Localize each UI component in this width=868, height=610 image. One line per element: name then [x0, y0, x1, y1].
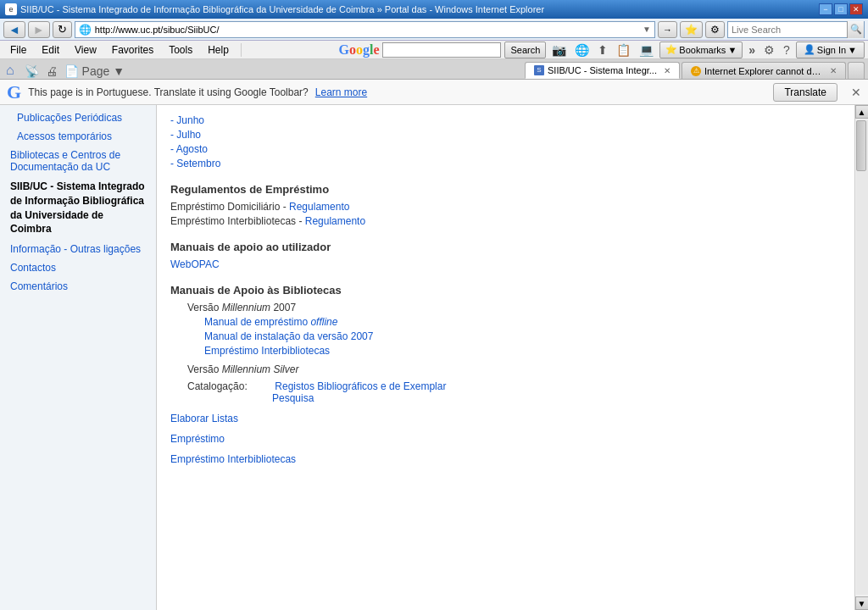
emprestimo-inter-row: Empréstimo Interbibliotecas - Regulament…: [170, 215, 841, 227]
versao1-year: 2007: [270, 302, 296, 313]
live-search-button[interactable]: 🔍: [847, 21, 864, 38]
sidebar-item-contactos[interactable]: Contactos: [0, 258, 156, 277]
minimize-button[interactable]: −: [819, 3, 832, 15]
add-to-favorites-button[interactable]: ⭐: [680, 21, 703, 38]
sidebar-item-informacao[interactable]: Informação - Outras ligações: [0, 240, 156, 258]
google-search-button[interactable]: Search: [504, 42, 546, 58]
bookmarks-button[interactable]: ⭐ Bookmarks ▼: [659, 42, 743, 58]
julho-link[interactable]: - Julho: [170, 129, 201, 141]
agosto-link[interactable]: - Agosto: [170, 143, 208, 155]
menu-tools[interactable]: Tools: [162, 42, 199, 58]
tab-siibuc[interactable]: S SIIB/UC - Sistema Integr... ✕: [525, 62, 680, 79]
elaborar-row: Elaborar Listas: [170, 413, 841, 424]
regulamento-dom-link[interactable]: Regulamento: [289, 201, 349, 213]
versao2-italic: Millennium Silver: [222, 363, 299, 375]
tab-close-1[interactable]: ✕: [664, 66, 670, 75]
regulamentos-title: Regulamentos de Empréstimo: [170, 183, 841, 196]
menu-file[interactable]: File: [3, 42, 33, 58]
months-section: - Junho - Julho - Agosto - Setembro: [170, 114, 841, 169]
address-bar: 🌐 ▼: [75, 21, 655, 38]
webopac-link[interactable]: WebOPAC: [170, 258, 220, 270]
sidebar: Publicações Periódicas Acessos temporári…: [0, 105, 157, 610]
emprestimo-interbibliotecas-link1[interactable]: Empréstimo Interbibliotecas: [204, 345, 330, 357]
main-area: Publicações Periódicas Acessos temporári…: [0, 105, 868, 610]
elaborar-listas-link[interactable]: Elaborar Listas: [170, 413, 238, 424]
registos-bibliograficos-link[interactable]: Registos Bibliográficos e de Exemplar: [275, 380, 446, 392]
tab-ie-error[interactable]: ⚠ Internet Explorer cannot dis... ✕: [682, 62, 846, 79]
emprestimo-link[interactable]: Empréstimo: [170, 433, 225, 445]
scroll-up-button[interactable]: ▲: [855, 105, 869, 119]
ie-logo: e: [5, 3, 17, 15]
learn-more-link[interactable]: Learn more: [315, 86, 367, 98]
catalogacao-label: Catalogação:: [187, 380, 272, 392]
page-icon: 🌐: [79, 24, 92, 36]
translate-button[interactable]: Translate: [773, 83, 837, 102]
menu-edit[interactable]: Edit: [35, 42, 66, 58]
junho-link[interactable]: - Junho: [170, 114, 204, 126]
regulamento-inter-link[interactable]: Regulamento: [305, 215, 365, 227]
emprestimo-interbibliotecas-link2[interactable]: Empréstimo Interbibliotecas: [170, 453, 296, 465]
menu-view[interactable]: View: [68, 42, 103, 58]
pesquisa-link[interactable]: Pesquisa: [272, 392, 314, 404]
nav-bar: ◄ ► ↻ 🌐 ▼ → ⭐ ⚙ 🔍: [0, 19, 868, 41]
google-search-input[interactable]: [382, 42, 501, 58]
tab-label-2: Internet Explorer cannot dis...: [704, 66, 823, 76]
navigate-go-button[interactable]: →: [658, 21, 677, 38]
google-toolbar-icon3[interactable]: ⬆: [595, 42, 610, 58]
menu-help[interactable]: Help: [201, 42, 236, 58]
google-logo: Google: [338, 42, 379, 58]
restore-button[interactable]: □: [834, 3, 848, 15]
more-toolbar-button[interactable]: »: [746, 43, 758, 57]
back-button[interactable]: ◄: [3, 21, 25, 38]
print-icon[interactable]: 🖨: [43, 64, 60, 79]
sidebar-item-acessos[interactable]: Acessos temporários: [0, 127, 156, 146]
manual-instalacao-row: Manual de instalação da versão 2007: [204, 330, 841, 342]
tab-favicon-2: ⚠: [691, 66, 701, 76]
emprestimo-dom-row: Empréstimo Domiciliário - Regulamento: [170, 201, 841, 213]
google-toolbar: Google Search 📷 🌐 ⬆ 📋 💻 ⭐ Bookmarks ▼ » …: [338, 42, 865, 58]
manual-instalacao-link[interactable]: Manual de instalação da versão 2007: [204, 330, 373, 342]
setembro-link[interactable]: - Setembro: [170, 158, 220, 169]
live-search-input[interactable]: [728, 25, 847, 35]
forward-button[interactable]: ►: [28, 21, 50, 38]
google-toolbar-icon5[interactable]: 💻: [637, 42, 656, 58]
tools-button[interactable]: ⚙: [705, 21, 725, 38]
ie-help-icon[interactable]: ?: [781, 42, 793, 58]
manual-emprestimo-link[interactable]: Manual de empréstimo offline: [204, 316, 337, 328]
catalogacao-row: Catalogação: Registos Bibliográficos e d…: [187, 380, 841, 404]
translate-message: This page is in Portuguese. Translate it…: [28, 86, 309, 98]
manuais-bibliotecas-section: Manuais de Apoio às Bibliotecas Versão M…: [170, 284, 841, 465]
versao1-italic: Millennium: [222, 302, 270, 313]
ie-home-icon[interactable]: ⌂: [3, 62, 17, 79]
translate-close-button[interactable]: ✕: [851, 86, 861, 99]
versao2-row: Versão Millennium Silver: [187, 363, 841, 375]
refresh-button[interactable]: ↻: [53, 21, 72, 38]
ie-settings-icon[interactable]: ⚙: [761, 42, 777, 58]
tab-close-2[interactable]: ✕: [830, 66, 837, 75]
rss-icon[interactable]: 📡: [22, 64, 42, 79]
address-dropdown-icon[interactable]: ▼: [643, 25, 651, 34]
page-button[interactable]: 📄 Page ▼: [62, 64, 127, 79]
google-toolbar-icon4[interactable]: 📋: [614, 42, 633, 58]
regulamentos-section: Regulamentos de Empréstimo Empréstimo Do…: [170, 183, 841, 227]
tab-empty[interactable]: [848, 62, 865, 79]
google-toolbar-icon1[interactable]: 📷: [549, 42, 569, 58]
sidebar-item-siibuc: SIIB/UC - Sistema Integrado de Informaçã…: [0, 176, 156, 240]
sidebar-item-comentarios[interactable]: Comentários: [0, 277, 156, 296]
manual-emprestimo-row: Manual de empréstimo offline: [204, 316, 841, 328]
window-title: SIIB/UC - Sistema Integrado de Informaçã…: [20, 4, 544, 14]
scroll-down-button[interactable]: ▼: [855, 596, 869, 610]
sidebar-item-publicacoes[interactable]: Publicações Periódicas: [0, 108, 156, 127]
scroll-thumb[interactable]: [856, 120, 866, 171]
close-button[interactable]: ✕: [849, 3, 863, 15]
tabs-bar: ⌂ 📡 🖨 📄 Page ▼ S SIIB/UC - Sistema Integ…: [0, 59, 868, 80]
address-input[interactable]: [95, 25, 643, 35]
sidebar-item-bibliotecas[interactable]: Bibliotecas e Centros de Documentação da…: [0, 146, 156, 176]
emprestimo-inter-text: Empréstimo Interbibliotecas -: [170, 215, 305, 227]
google-toolbar-icon2[interactable]: 🌐: [572, 42, 592, 58]
title-bar: e SIIB/UC - Sistema Integrado de Informa…: [0, 0, 868, 19]
menu-favorites[interactable]: Favorites: [105, 42, 160, 58]
sign-in-button[interactable]: 👤 Sign In ▼: [796, 42, 865, 58]
emprestimo-inter-row2: Empréstimo Interbibliotecas: [170, 453, 841, 465]
emprestimo-inter-bib-row: Empréstimo Interbibliotecas: [204, 345, 841, 357]
